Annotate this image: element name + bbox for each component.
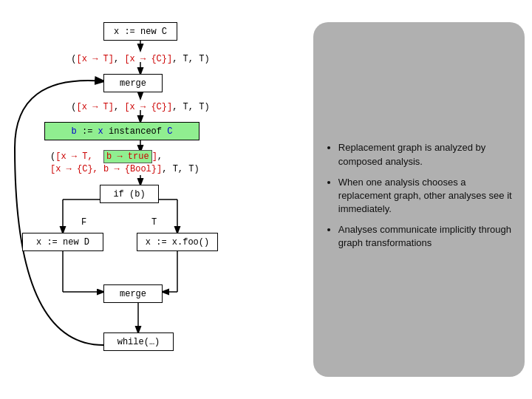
while-label: while(…) bbox=[117, 337, 160, 347]
node-foo: x := x.foo() bbox=[137, 233, 218, 251]
main-container: x := new C ([x → T], [x → {C}], T, T) me… bbox=[0, 0, 532, 399]
node-merge2: merge bbox=[103, 284, 163, 303]
node-new-d: x := new D bbox=[22, 233, 103, 251]
label-t: T bbox=[151, 217, 157, 228]
info-item-1: Replacement graph is analyzed by compose… bbox=[338, 141, 513, 168]
b-true-highlight: b → true bbox=[103, 150, 152, 163]
instanceof-label: b := x instanceof C bbox=[72, 126, 173, 137]
merge1-label: merge bbox=[120, 78, 146, 89]
node-instanceof: b := x instanceof C bbox=[44, 122, 200, 140]
new-c-label: x := new C bbox=[114, 27, 167, 37]
new-d-label: x := new D bbox=[36, 237, 89, 248]
node-merge1: merge bbox=[103, 74, 163, 92]
tuple1-text: ([x → T], [x → {C}], T, T) bbox=[71, 54, 209, 64]
flowchart-area: x := new C ([x → T], [x → {C}], T, T) me… bbox=[0, 0, 306, 399]
label-f: F bbox=[81, 217, 86, 228]
foo-label: x := x.foo() bbox=[146, 237, 209, 248]
info-panel: Replacement graph is analyzed by compose… bbox=[313, 22, 525, 377]
if-label: if (b) bbox=[113, 189, 145, 200]
info-item-2: When one analysis chooses a replacement … bbox=[338, 176, 513, 216]
node-if: if (b) bbox=[100, 185, 159, 203]
merge2-label: merge bbox=[120, 289, 146, 299]
info-item-3: Analyses communicate implicitly through … bbox=[338, 223, 513, 250]
node-tuple1: ([x → T], [x → {C}], T, T) bbox=[55, 50, 225, 67]
tuple3-line2: [x → {C}, b → {Bool}], T, T) bbox=[50, 164, 200, 174]
tuple2-text: ([x → T], [x → {C}], T, T) bbox=[71, 102, 209, 112]
tuple3-line1: ([x → T, b → true], bbox=[50, 151, 163, 162]
node-new-c: x := new C bbox=[103, 22, 177, 41]
info-list: Replacement graph is analyzed by compose… bbox=[325, 141, 513, 257]
node-tuple2: ([x → T], [x → {C}], T, T) bbox=[55, 98, 225, 115]
node-while: while(…) bbox=[103, 332, 174, 351]
